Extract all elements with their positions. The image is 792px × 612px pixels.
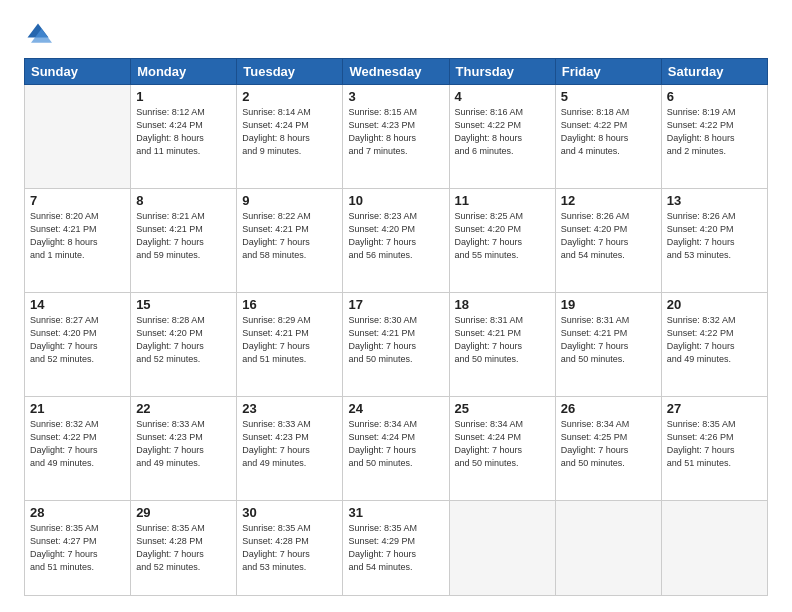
day-number: 26 <box>561 401 656 416</box>
day-info: Sunrise: 8:19 AM Sunset: 4:22 PM Dayligh… <box>667 106 762 158</box>
table-row: 14Sunrise: 8:27 AM Sunset: 4:20 PM Dayli… <box>25 293 131 397</box>
col-sunday: Sunday <box>25 59 131 85</box>
calendar-week-row: 1Sunrise: 8:12 AM Sunset: 4:24 PM Daylig… <box>25 85 768 189</box>
table-row: 31Sunrise: 8:35 AM Sunset: 4:29 PM Dayli… <box>343 501 449 596</box>
table-row: 20Sunrise: 8:32 AM Sunset: 4:22 PM Dayli… <box>661 293 767 397</box>
table-row: 17Sunrise: 8:30 AM Sunset: 4:21 PM Dayli… <box>343 293 449 397</box>
table-row: 10Sunrise: 8:23 AM Sunset: 4:20 PM Dayli… <box>343 189 449 293</box>
table-row <box>449 501 555 596</box>
day-number: 30 <box>242 505 337 520</box>
calendar-table: Sunday Monday Tuesday Wednesday Thursday… <box>24 58 768 596</box>
table-row: 9Sunrise: 8:22 AM Sunset: 4:21 PM Daylig… <box>237 189 343 293</box>
day-info: Sunrise: 8:32 AM Sunset: 4:22 PM Dayligh… <box>30 418 125 470</box>
day-info: Sunrise: 8:25 AM Sunset: 4:20 PM Dayligh… <box>455 210 550 262</box>
table-row <box>555 501 661 596</box>
day-info: Sunrise: 8:35 AM Sunset: 4:26 PM Dayligh… <box>667 418 762 470</box>
day-number: 27 <box>667 401 762 416</box>
day-info: Sunrise: 8:33 AM Sunset: 4:23 PM Dayligh… <box>136 418 231 470</box>
table-row: 8Sunrise: 8:21 AM Sunset: 4:21 PM Daylig… <box>131 189 237 293</box>
day-info: Sunrise: 8:30 AM Sunset: 4:21 PM Dayligh… <box>348 314 443 366</box>
col-thursday: Thursday <box>449 59 555 85</box>
table-row: 6Sunrise: 8:19 AM Sunset: 4:22 PM Daylig… <box>661 85 767 189</box>
calendar-week-row: 7Sunrise: 8:20 AM Sunset: 4:21 PM Daylig… <box>25 189 768 293</box>
col-tuesday: Tuesday <box>237 59 343 85</box>
day-info: Sunrise: 8:34 AM Sunset: 4:24 PM Dayligh… <box>348 418 443 470</box>
table-row: 7Sunrise: 8:20 AM Sunset: 4:21 PM Daylig… <box>25 189 131 293</box>
table-row: 27Sunrise: 8:35 AM Sunset: 4:26 PM Dayli… <box>661 397 767 501</box>
day-info: Sunrise: 8:35 AM Sunset: 4:29 PM Dayligh… <box>348 522 443 574</box>
day-info: Sunrise: 8:31 AM Sunset: 4:21 PM Dayligh… <box>455 314 550 366</box>
day-number: 25 <box>455 401 550 416</box>
day-info: Sunrise: 8:12 AM Sunset: 4:24 PM Dayligh… <box>136 106 231 158</box>
day-info: Sunrise: 8:34 AM Sunset: 4:24 PM Dayligh… <box>455 418 550 470</box>
table-row: 24Sunrise: 8:34 AM Sunset: 4:24 PM Dayli… <box>343 397 449 501</box>
table-row: 5Sunrise: 8:18 AM Sunset: 4:22 PM Daylig… <box>555 85 661 189</box>
day-info: Sunrise: 8:29 AM Sunset: 4:21 PM Dayligh… <box>242 314 337 366</box>
calendar-header-row: Sunday Monday Tuesday Wednesday Thursday… <box>25 59 768 85</box>
day-number: 6 <box>667 89 762 104</box>
logo-icon <box>24 20 52 48</box>
table-row: 26Sunrise: 8:34 AM Sunset: 4:25 PM Dayli… <box>555 397 661 501</box>
table-row: 29Sunrise: 8:35 AM Sunset: 4:28 PM Dayli… <box>131 501 237 596</box>
table-row: 11Sunrise: 8:25 AM Sunset: 4:20 PM Dayli… <box>449 189 555 293</box>
day-info: Sunrise: 8:31 AM Sunset: 4:21 PM Dayligh… <box>561 314 656 366</box>
day-number: 24 <box>348 401 443 416</box>
table-row: 3Sunrise: 8:15 AM Sunset: 4:23 PM Daylig… <box>343 85 449 189</box>
day-info: Sunrise: 8:20 AM Sunset: 4:21 PM Dayligh… <box>30 210 125 262</box>
table-row: 25Sunrise: 8:34 AM Sunset: 4:24 PM Dayli… <box>449 397 555 501</box>
day-number: 14 <box>30 297 125 312</box>
day-number: 29 <box>136 505 231 520</box>
calendar-week-row: 28Sunrise: 8:35 AM Sunset: 4:27 PM Dayli… <box>25 501 768 596</box>
logo <box>24 20 56 48</box>
table-row: 12Sunrise: 8:26 AM Sunset: 4:20 PM Dayli… <box>555 189 661 293</box>
col-wednesday: Wednesday <box>343 59 449 85</box>
calendar-week-row: 14Sunrise: 8:27 AM Sunset: 4:20 PM Dayli… <box>25 293 768 397</box>
day-number: 10 <box>348 193 443 208</box>
day-info: Sunrise: 8:21 AM Sunset: 4:21 PM Dayligh… <box>136 210 231 262</box>
header <box>24 20 768 48</box>
day-number: 31 <box>348 505 443 520</box>
table-row: 30Sunrise: 8:35 AM Sunset: 4:28 PM Dayli… <box>237 501 343 596</box>
table-row: 13Sunrise: 8:26 AM Sunset: 4:20 PM Dayli… <box>661 189 767 293</box>
day-number: 20 <box>667 297 762 312</box>
page: Sunday Monday Tuesday Wednesday Thursday… <box>0 0 792 612</box>
day-number: 9 <box>242 193 337 208</box>
day-number: 19 <box>561 297 656 312</box>
day-info: Sunrise: 8:18 AM Sunset: 4:22 PM Dayligh… <box>561 106 656 158</box>
day-info: Sunrise: 8:35 AM Sunset: 4:28 PM Dayligh… <box>242 522 337 574</box>
day-info: Sunrise: 8:27 AM Sunset: 4:20 PM Dayligh… <box>30 314 125 366</box>
calendar-week-row: 21Sunrise: 8:32 AM Sunset: 4:22 PM Dayli… <box>25 397 768 501</box>
day-number: 21 <box>30 401 125 416</box>
day-number: 4 <box>455 89 550 104</box>
day-number: 1 <box>136 89 231 104</box>
day-number: 11 <box>455 193 550 208</box>
day-info: Sunrise: 8:33 AM Sunset: 4:23 PM Dayligh… <box>242 418 337 470</box>
day-info: Sunrise: 8:28 AM Sunset: 4:20 PM Dayligh… <box>136 314 231 366</box>
table-row: 4Sunrise: 8:16 AM Sunset: 4:22 PM Daylig… <box>449 85 555 189</box>
day-number: 7 <box>30 193 125 208</box>
day-number: 23 <box>242 401 337 416</box>
day-info: Sunrise: 8:14 AM Sunset: 4:24 PM Dayligh… <box>242 106 337 158</box>
day-info: Sunrise: 8:16 AM Sunset: 4:22 PM Dayligh… <box>455 106 550 158</box>
day-info: Sunrise: 8:34 AM Sunset: 4:25 PM Dayligh… <box>561 418 656 470</box>
table-row: 28Sunrise: 8:35 AM Sunset: 4:27 PM Dayli… <box>25 501 131 596</box>
table-row <box>661 501 767 596</box>
table-row: 22Sunrise: 8:33 AM Sunset: 4:23 PM Dayli… <box>131 397 237 501</box>
day-number: 8 <box>136 193 231 208</box>
day-info: Sunrise: 8:35 AM Sunset: 4:27 PM Dayligh… <box>30 522 125 574</box>
table-row: 18Sunrise: 8:31 AM Sunset: 4:21 PM Dayli… <box>449 293 555 397</box>
table-row: 21Sunrise: 8:32 AM Sunset: 4:22 PM Dayli… <box>25 397 131 501</box>
day-info: Sunrise: 8:26 AM Sunset: 4:20 PM Dayligh… <box>561 210 656 262</box>
table-row: 1Sunrise: 8:12 AM Sunset: 4:24 PM Daylig… <box>131 85 237 189</box>
table-row: 23Sunrise: 8:33 AM Sunset: 4:23 PM Dayli… <box>237 397 343 501</box>
table-row: 19Sunrise: 8:31 AM Sunset: 4:21 PM Dayli… <box>555 293 661 397</box>
day-number: 3 <box>348 89 443 104</box>
day-info: Sunrise: 8:32 AM Sunset: 4:22 PM Dayligh… <box>667 314 762 366</box>
table-row: 16Sunrise: 8:29 AM Sunset: 4:21 PM Dayli… <box>237 293 343 397</box>
table-row: 2Sunrise: 8:14 AM Sunset: 4:24 PM Daylig… <box>237 85 343 189</box>
day-number: 5 <box>561 89 656 104</box>
day-number: 13 <box>667 193 762 208</box>
day-number: 18 <box>455 297 550 312</box>
col-saturday: Saturday <box>661 59 767 85</box>
day-info: Sunrise: 8:15 AM Sunset: 4:23 PM Dayligh… <box>348 106 443 158</box>
